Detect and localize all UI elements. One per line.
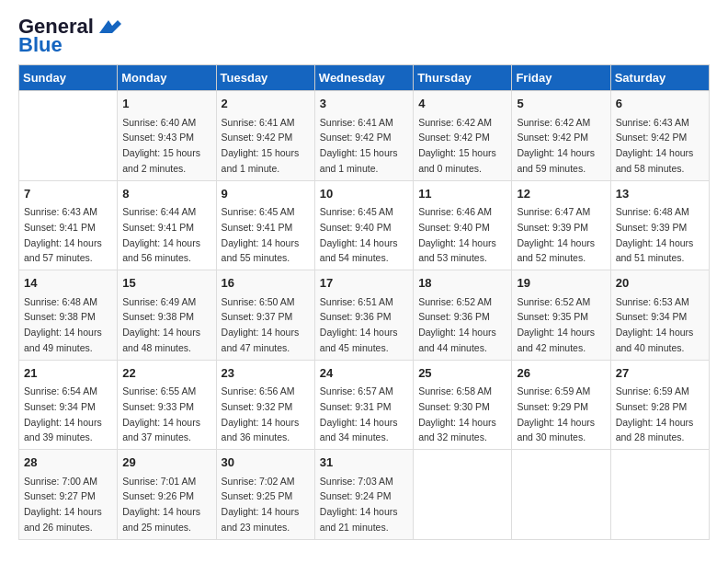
- daylight-text: Daylight: 14 hours and 30 minutes.: [517, 417, 595, 443]
- date-number: 5: [517, 95, 605, 113]
- logo-blue: Blue: [18, 33, 63, 57]
- sunset-text: Sunset: 9:33 PM: [122, 401, 194, 412]
- daylight-text: Daylight: 14 hours and 26 minutes.: [24, 506, 102, 533]
- calendar-cell: 17Sunrise: 6:51 AMSunset: 9:36 PMDayligh…: [314, 270, 413, 361]
- daylight-text: Daylight: 14 hours and 54 minutes.: [320, 237, 398, 264]
- date-number: 27: [616, 364, 704, 383]
- date-number: 7: [24, 185, 112, 203]
- calendar-week-row: 7Sunrise: 6:43 AMSunset: 9:41 PMDaylight…: [19, 180, 710, 270]
- date-number: 22: [122, 364, 210, 383]
- date-number: 8: [122, 185, 210, 203]
- calendar-cell: 16Sunrise: 6:50 AMSunset: 9:37 PMDayligh…: [216, 270, 314, 361]
- calendar-cell: 22Sunrise: 6:55 AMSunset: 9:33 PMDayligh…: [118, 360, 216, 450]
- sunset-text: Sunset: 9:28 PM: [616, 401, 688, 412]
- sunrise-text: Sunrise: 6:44 AM: [122, 206, 196, 217]
- date-number: 15: [122, 274, 210, 293]
- calendar-cell: 24Sunrise: 6:57 AMSunset: 9:31 PMDayligh…: [314, 360, 413, 450]
- sunrise-text: Sunrise: 7:03 AM: [320, 476, 393, 487]
- daylight-text: Daylight: 14 hours and 32 minutes.: [418, 417, 496, 443]
- date-number: 13: [616, 185, 704, 203]
- daylight-text: Daylight: 14 hours and 47 minutes.: [222, 327, 300, 353]
- sunrise-text: Sunrise: 6:54 AM: [24, 385, 97, 396]
- sunset-text: Sunset: 9:26 PM: [122, 490, 194, 501]
- date-number: 1: [122, 95, 210, 113]
- sunrise-text: Sunrise: 6:53 AM: [616, 296, 689, 307]
- daylight-text: Daylight: 14 hours and 45 minutes.: [320, 327, 398, 353]
- calendar-cell: 15Sunrise: 6:49 AMSunset: 9:38 PMDayligh…: [118, 270, 216, 361]
- sunset-text: Sunset: 9:42 PM: [320, 132, 392, 143]
- sunset-text: Sunset: 9:38 PM: [122, 311, 194, 322]
- sunrise-text: Sunrise: 7:02 AM: [222, 476, 295, 487]
- daylight-text: Daylight: 14 hours and 55 minutes.: [222, 237, 300, 264]
- date-number: 18: [418, 274, 506, 293]
- sunrise-text: Sunrise: 6:59 AM: [616, 385, 689, 396]
- calendar-cell: 18Sunrise: 6:52 AMSunset: 9:36 PMDayligh…: [414, 270, 512, 361]
- calendar-cell: 14Sunrise: 6:48 AMSunset: 9:38 PMDayligh…: [19, 270, 118, 361]
- sunrise-text: Sunrise: 7:00 AM: [24, 476, 97, 487]
- date-number: 16: [222, 274, 310, 293]
- daylight-text: Daylight: 14 hours and 44 minutes.: [418, 327, 496, 353]
- calendar-cell: 9Sunrise: 6:45 AMSunset: 9:41 PMDaylight…: [216, 180, 314, 270]
- sunset-text: Sunset: 9:39 PM: [616, 222, 688, 233]
- sunrise-text: Sunrise: 6:57 AM: [320, 385, 393, 396]
- sunrise-text: Sunrise: 6:52 AM: [418, 296, 492, 307]
- calendar-cell: [610, 450, 709, 540]
- sunrise-text: Sunrise: 6:48 AM: [24, 296, 97, 307]
- sunset-text: Sunset: 9:42 PM: [517, 132, 588, 143]
- calendar-week-row: 1Sunrise: 6:40 AMSunset: 9:43 PMDaylight…: [19, 91, 710, 181]
- calendar-cell: 20Sunrise: 6:53 AMSunset: 9:34 PMDayligh…: [610, 270, 709, 361]
- date-number: 25: [418, 364, 506, 383]
- daylight-text: Daylight: 14 hours and 23 minutes.: [222, 506, 300, 533]
- date-number: 23: [222, 364, 310, 383]
- calendar-cell: 1Sunrise: 6:40 AMSunset: 9:43 PMDaylight…: [118, 91, 216, 181]
- sunset-text: Sunset: 9:25 PM: [222, 490, 293, 501]
- calendar-cell: 27Sunrise: 6:59 AMSunset: 9:28 PMDayligh…: [610, 360, 709, 450]
- sunrise-text: Sunrise: 7:01 AM: [122, 476, 196, 487]
- sunrise-text: Sunrise: 6:52 AM: [517, 296, 590, 307]
- daylight-text: Daylight: 14 hours and 53 minutes.: [418, 237, 496, 264]
- sunset-text: Sunset: 9:31 PM: [320, 401, 392, 412]
- date-number: 20: [616, 274, 704, 293]
- calendar-table: SundayMondayTuesdayWednesdayThursdayFrid…: [18, 64, 710, 540]
- sunset-text: Sunset: 9:40 PM: [320, 222, 392, 233]
- sunset-text: Sunset: 9:29 PM: [517, 401, 588, 412]
- daylight-text: Daylight: 14 hours and 59 minutes.: [517, 147, 595, 174]
- date-number: 14: [24, 274, 112, 293]
- day-header-thursday: Thursday: [414, 65, 512, 91]
- day-header-saturday: Saturday: [610, 65, 709, 91]
- date-number: 21: [24, 364, 112, 383]
- sunset-text: Sunset: 9:38 PM: [24, 311, 96, 322]
- date-number: 19: [517, 274, 605, 293]
- date-number: 29: [122, 454, 210, 472]
- sunrise-text: Sunrise: 6:55 AM: [122, 385, 196, 396]
- calendar-week-row: 21Sunrise: 6:54 AMSunset: 9:34 PMDayligh…: [19, 360, 710, 450]
- daylight-text: Daylight: 14 hours and 21 minutes.: [320, 506, 398, 533]
- sunrise-text: Sunrise: 6:56 AM: [222, 385, 295, 396]
- sunset-text: Sunset: 9:42 PM: [418, 132, 490, 143]
- sunset-text: Sunset: 9:36 PM: [320, 311, 392, 322]
- calendar-cell: 3Sunrise: 6:41 AMSunset: 9:42 PMDaylight…: [314, 91, 413, 181]
- daylight-text: Daylight: 14 hours and 42 minutes.: [517, 327, 595, 353]
- sunrise-text: Sunrise: 6:46 AM: [418, 206, 492, 217]
- daylight-text: Daylight: 14 hours and 40 minutes.: [616, 327, 694, 353]
- sunset-text: Sunset: 9:40 PM: [418, 222, 490, 233]
- calendar-header-row: SundayMondayTuesdayWednesdayThursdayFrid…: [19, 65, 710, 91]
- day-header-sunday: Sunday: [19, 65, 118, 91]
- daylight-text: Daylight: 14 hours and 52 minutes.: [517, 237, 595, 264]
- logo-bird-icon: [96, 17, 123, 37]
- date-number: 24: [320, 364, 408, 383]
- daylight-text: Daylight: 14 hours and 57 minutes.: [24, 237, 102, 264]
- calendar-cell: [512, 450, 610, 540]
- sunset-text: Sunset: 9:39 PM: [517, 222, 588, 233]
- calendar-cell: 30Sunrise: 7:02 AMSunset: 9:25 PMDayligh…: [216, 450, 314, 540]
- calendar-cell: 21Sunrise: 6:54 AMSunset: 9:34 PMDayligh…: [19, 360, 118, 450]
- sunset-text: Sunset: 9:30 PM: [418, 401, 490, 412]
- sunset-text: Sunset: 9:41 PM: [24, 222, 96, 233]
- date-number: 9: [222, 185, 310, 203]
- sunset-text: Sunset: 9:42 PM: [616, 132, 688, 143]
- sunset-text: Sunset: 9:32 PM: [222, 401, 293, 412]
- sunrise-text: Sunrise: 6:45 AM: [320, 206, 393, 217]
- calendar-cell: 12Sunrise: 6:47 AMSunset: 9:39 PMDayligh…: [512, 180, 610, 270]
- daylight-text: Daylight: 14 hours and 39 minutes.: [24, 417, 102, 443]
- calendar-cell: 7Sunrise: 6:43 AMSunset: 9:41 PMDaylight…: [19, 180, 118, 270]
